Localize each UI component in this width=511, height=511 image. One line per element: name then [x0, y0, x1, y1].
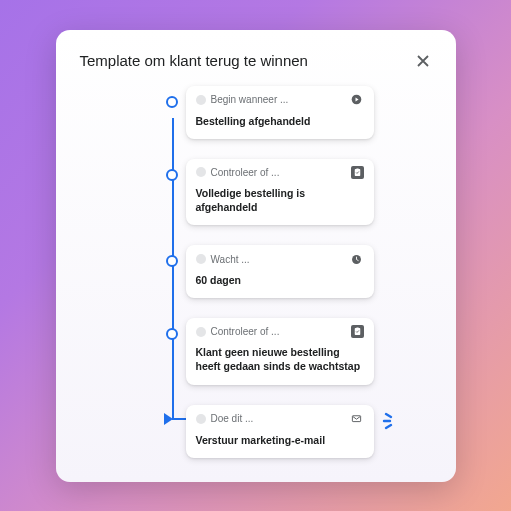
svg-rect-5 — [356, 328, 359, 330]
chip-dot-icon — [196, 167, 206, 177]
panel-title: Template om klant terug te winnen — [80, 52, 308, 69]
step-node-dot — [166, 96, 178, 108]
step-chip: Doe dit ... — [196, 413, 254, 424]
template-panel: Template om klant terug te winnen Begin … — [56, 30, 456, 482]
step-header: Wacht ... — [186, 245, 374, 271]
step-node-dot — [166, 255, 178, 267]
play-icon — [350, 93, 364, 107]
flow-step-wait[interactable]: Wacht ... 60 dagen — [186, 245, 374, 298]
chip-dot-icon — [196, 95, 206, 105]
step-header: Controleer of ... — [186, 318, 374, 343]
step-header: Controleer of ... — [186, 159, 374, 184]
step-body: 60 dagen — [186, 271, 374, 298]
step-chip: Wacht ... — [196, 254, 250, 265]
step-label: Controleer of ... — [211, 167, 280, 178]
step-label: Doe dit ... — [211, 413, 254, 424]
chip-dot-icon — [196, 327, 206, 337]
chip-dot-icon — [196, 254, 206, 264]
step-node-dot — [166, 328, 178, 340]
step-body: Bestelling afgehandeld — [186, 112, 374, 139]
step-header: Begin wanneer ... — [186, 86, 374, 112]
step-label: Wacht ... — [211, 254, 250, 265]
close-icon — [416, 54, 430, 68]
step-chip: Controleer of ... — [196, 326, 280, 337]
flow-step-trigger[interactable]: Begin wanneer ... Bestelling afgehandeld — [186, 86, 374, 139]
step-action-arrow-icon — [164, 413, 173, 425]
step-body: Verstuur marketing-e-mail — [186, 431, 374, 458]
step-node-dot — [166, 169, 178, 181]
close-button[interactable] — [414, 52, 432, 70]
step-label: Controleer of ... — [211, 326, 280, 337]
svg-rect-2 — [356, 168, 359, 170]
step-body: Volledige bestelling is afgehandeld — [186, 184, 374, 225]
step-chip: Controleer of ... — [196, 167, 280, 178]
clipboard-icon — [351, 325, 364, 338]
clock-icon — [350, 252, 364, 266]
panel-header: Template om klant terug te winnen — [80, 52, 432, 70]
step-body: Klant geen nieuwe bestelling heeft gedaa… — [186, 343, 374, 384]
highlight-burst-icon — [380, 411, 400, 431]
flow-rail — [172, 118, 174, 420]
flow-step-condition-2[interactable]: Controleer of ... Klant geen nieuwe best… — [186, 318, 374, 384]
mail-icon — [350, 412, 364, 426]
workflow-flow: Begin wanneer ... Bestelling afgehandeld… — [80, 84, 432, 464]
step-header: Doe dit ... — [186, 405, 374, 431]
flow-step-condition-1[interactable]: Controleer of ... Volledige bestelling i… — [186, 159, 374, 225]
step-chip: Begin wanneer ... — [196, 94, 289, 105]
chip-dot-icon — [196, 414, 206, 424]
clipboard-icon — [351, 166, 364, 179]
flow-step-action[interactable]: Doe dit ... Verstuur marketing-e-mail — [186, 405, 374, 458]
step-label: Begin wanneer ... — [211, 94, 289, 105]
